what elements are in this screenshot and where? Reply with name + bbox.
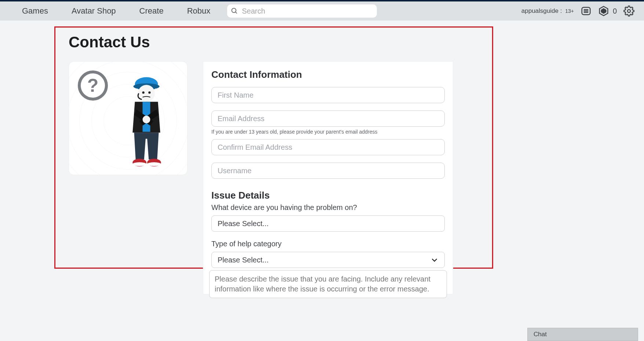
- nav-robux[interactable]: Robux: [175, 6, 222, 16]
- robux-icon[interactable]: [598, 6, 609, 17]
- content-row: ?: [55, 61, 492, 294]
- chat-label: Chat: [534, 331, 547, 338]
- username-text: appualsguide :: [521, 7, 562, 14]
- svg-point-8: [627, 10, 630, 12]
- svg-point-20: [148, 91, 150, 94]
- username-label[interactable]: appualsguide : 13+: [521, 7, 574, 15]
- nav-avatar-shop[interactable]: Avatar Shop: [60, 6, 128, 16]
- messages-icon[interactable]: [581, 6, 592, 17]
- description-textarea[interactable]: [209, 270, 447, 298]
- contact-form-panel: Contact Information If you are under 13 …: [203, 61, 453, 294]
- device-select-value: Please Select...: [218, 220, 269, 228]
- first-name-field[interactable]: [211, 87, 445, 103]
- contact-us-highlight-box: Contact Us ?: [54, 26, 493, 269]
- top-nav-bar: Games Avatar Shop Create Robux appualsgu…: [0, 0, 644, 21]
- help-category-select[interactable]: Please Select...: [211, 252, 445, 268]
- nav-games[interactable]: Games: [10, 6, 60, 16]
- search-icon: [231, 7, 238, 15]
- svg-point-26: [147, 162, 161, 166]
- question-mark-icon: ?: [78, 70, 108, 101]
- svg-line-1: [236, 12, 237, 14]
- nav-links: Games Avatar Shop Create Robux: [10, 6, 222, 16]
- search-wrapper: [227, 4, 377, 18]
- avatar-character-icon: [123, 75, 170, 171]
- username-field[interactable]: [211, 163, 445, 179]
- user-age-text: 13+: [565, 8, 574, 14]
- confirm-email-field[interactable]: [211, 139, 445, 155]
- svg-point-22: [143, 116, 150, 123]
- user-info: appualsguide : 13+ 0: [521, 6, 634, 17]
- chat-tab[interactable]: Chat: [527, 328, 638, 341]
- svg-marker-7: [601, 9, 606, 14]
- contact-info-heading: Contact Information: [211, 69, 445, 80]
- page-title: Contact Us: [69, 33, 492, 51]
- support-illustration-card: ?: [69, 61, 188, 175]
- help-category-value: Please Select...: [218, 256, 269, 264]
- email-field[interactable]: [211, 110, 445, 127]
- device-select[interactable]: Please Select...: [211, 215, 445, 232]
- robux-count: 0: [613, 7, 617, 15]
- search-input[interactable]: [227, 4, 377, 18]
- email-helper-text: If you are under 13 years old, please pr…: [211, 129, 445, 135]
- chevron-down-icon: [430, 256, 439, 264]
- svg-point-0: [232, 8, 236, 13]
- help-category-label: Type of help category: [211, 240, 445, 248]
- settings-gear-icon[interactable]: [623, 6, 634, 17]
- device-question-label: What device are you having the problem o…: [211, 203, 445, 212]
- svg-point-19: [142, 91, 144, 94]
- issue-details-heading: Issue Details: [211, 190, 445, 201]
- nav-create[interactable]: Create: [128, 6, 175, 16]
- svg-point-25: [132, 162, 146, 166]
- description-area: [209, 270, 447, 300]
